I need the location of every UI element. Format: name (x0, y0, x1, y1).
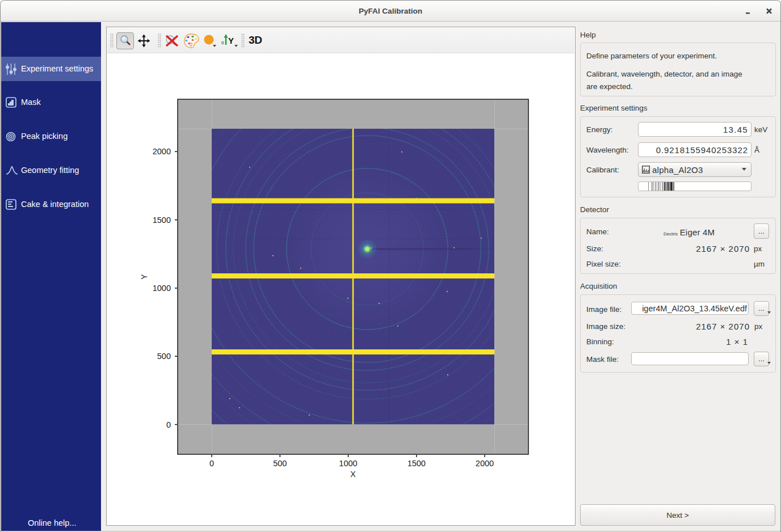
svg-text:1500: 1500 (408, 459, 426, 468)
svg-text:1500: 1500 (153, 216, 171, 225)
svg-text:0: 0 (166, 420, 171, 429)
svg-text:2000: 2000 (476, 459, 494, 468)
svg-text:1000: 1000 (339, 459, 357, 468)
svg-text:500: 500 (157, 352, 171, 361)
svg-text:Y: Y (140, 274, 149, 280)
svg-text:1000: 1000 (153, 284, 171, 293)
svg-text:500: 500 (273, 459, 287, 468)
svg-text:0: 0 (209, 459, 214, 468)
svg-text:2000: 2000 (153, 147, 171, 156)
svg-text:X: X (350, 470, 356, 479)
